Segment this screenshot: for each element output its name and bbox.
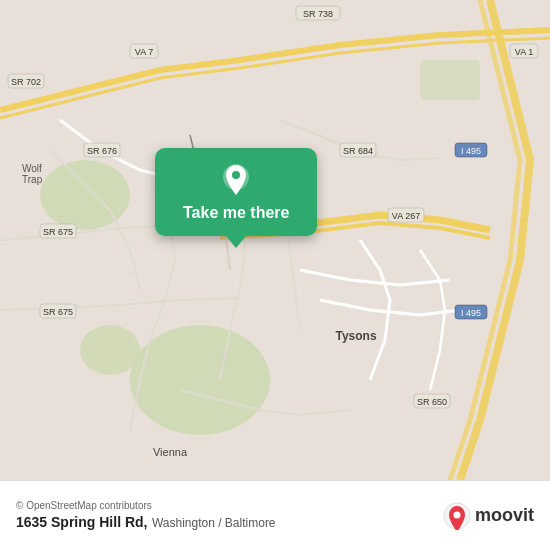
- popup-box[interactable]: Take me there: [155, 148, 317, 236]
- svg-text:Vienna: Vienna: [153, 446, 188, 458]
- take-me-there-label: Take me there: [183, 204, 289, 222]
- moovit-icon: [443, 502, 471, 530]
- navigation-popup[interactable]: Take me there: [155, 148, 317, 248]
- svg-point-1: [40, 160, 130, 230]
- svg-text:VA 1: VA 1: [515, 47, 533, 57]
- location-pin-icon: [218, 162, 254, 198]
- popup-tail: [226, 236, 246, 248]
- svg-text:VA 7: VA 7: [135, 47, 153, 57]
- city-text: Washington / Baltimore: [152, 516, 276, 530]
- svg-text:SR 676: SR 676: [87, 146, 117, 156]
- map-container: SR 738 VA 7 SR 702 SR 676 SR 684 I 495 V…: [0, 0, 550, 480]
- svg-text:SR 738: SR 738: [303, 9, 333, 19]
- copyright-text: © OpenStreetMap contributors: [16, 500, 276, 511]
- svg-text:Tysons: Tysons: [335, 329, 376, 343]
- svg-text:I 495: I 495: [461, 308, 481, 318]
- svg-text:SR 702: SR 702: [11, 77, 41, 87]
- svg-text:SR 675: SR 675: [43, 307, 73, 317]
- svg-text:SR 684: SR 684: [343, 146, 373, 156]
- svg-text:VA 267: VA 267: [392, 211, 420, 221]
- moovit-text: moovit: [475, 505, 534, 526]
- svg-rect-4: [420, 60, 480, 100]
- moovit-logo: moovit: [443, 502, 534, 530]
- svg-text:Wolf: Wolf: [22, 163, 42, 174]
- svg-point-37: [453, 511, 460, 518]
- svg-text:SR 675: SR 675: [43, 227, 73, 237]
- address-text: 1635 Spring Hill Rd,: [16, 514, 147, 530]
- svg-text:Trap: Trap: [22, 174, 43, 185]
- svg-point-2: [130, 325, 270, 435]
- svg-point-35: [232, 171, 240, 179]
- address-block: 1635 Spring Hill Rd, Washington / Baltim…: [16, 513, 276, 531]
- bottom-left-info: © OpenStreetMap contributors 1635 Spring…: [16, 500, 276, 531]
- svg-point-3: [80, 325, 140, 375]
- svg-text:SR 650: SR 650: [417, 397, 447, 407]
- bottom-bar: © OpenStreetMap contributors 1635 Spring…: [0, 480, 550, 550]
- svg-text:I 495: I 495: [461, 146, 481, 156]
